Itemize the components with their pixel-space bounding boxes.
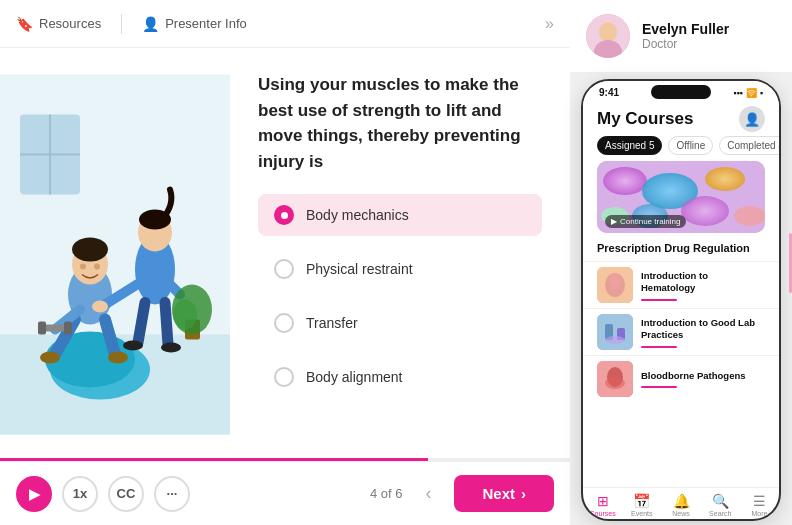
phone-status: ▪▪▪ 🛜 ▪: [733, 88, 763, 98]
phone-bottom-nav: ⊞ Courses 📅 Events 🔔 News 🔍 Search ☰: [583, 487, 779, 519]
news-icon: 🔔: [673, 493, 690, 509]
nav-news[interactable]: 🔔 News: [661, 493, 700, 517]
course-thumb-1: [597, 267, 633, 303]
chevron-left-icon: ‹: [425, 483, 431, 504]
progress-bar-container: [0, 458, 570, 461]
course-thumb-3: [597, 361, 633, 397]
next-label: Next: [482, 485, 515, 502]
option-2[interactable]: Physical restraint: [258, 248, 542, 290]
phone-tabs: Assigned 5 Offline Completed 3: [583, 136, 779, 161]
person-icon: 👤: [142, 16, 159, 32]
phone-user-icon[interactable]: 👤: [739, 106, 765, 132]
nav-more-label: More: [751, 510, 767, 517]
wifi-icon: 🛜: [746, 88, 757, 98]
profile-header: Evelyn Fuller Doctor: [570, 0, 792, 73]
svg-point-53: [605, 377, 625, 389]
course-bar-3: [641, 386, 677, 388]
option-3[interactable]: Transfer: [258, 302, 542, 344]
content-area: Using your muscles to make the best use …: [0, 48, 570, 461]
resources-button[interactable]: 🔖 Resources: [16, 16, 101, 32]
course-name-3: Bloodborne Pathogens: [641, 370, 765, 382]
option-4[interactable]: Body alignment: [258, 356, 542, 398]
right-panel: Evelyn Fuller Doctor 9:41 ▪▪▪ 🛜 ▪ My Cou…: [570, 0, 792, 525]
tab-assigned[interactable]: Assigned 5: [597, 136, 662, 155]
course-info-2: Introduction to Good Lab Practices: [641, 317, 765, 348]
svg-point-39: [705, 167, 745, 191]
search-icon: 🔍: [712, 493, 729, 509]
nav-events[interactable]: 📅 Events: [622, 493, 661, 517]
photo-section: [0, 48, 230, 461]
tab-offline-label: Offline: [676, 140, 705, 151]
bookmark-icon: 🔖: [16, 16, 33, 32]
svg-point-18: [80, 264, 86, 270]
course-bar-2: [641, 346, 677, 348]
course-item-3[interactable]: Bloodborne Pathogens: [583, 355, 779, 402]
phone-header: My Courses 👤: [583, 100, 779, 136]
progress-bar-fill: [0, 458, 428, 461]
svg-line-22: [165, 303, 168, 345]
radio-inner-1: [281, 212, 288, 219]
speed-button[interactable]: 1x: [62, 476, 98, 512]
course-name-1: Introduction to Hematology: [641, 270, 765, 295]
radio-1: [274, 205, 294, 225]
nav-news-label: News: [672, 510, 690, 517]
page-indicator: 4 of 6: [370, 486, 403, 501]
nav-search-label: Search: [709, 510, 731, 517]
svg-point-32: [173, 300, 197, 330]
hero-course-title: Prescription Drug Regulation: [583, 241, 779, 261]
course-item-2[interactable]: Introduction to Good Lab Practices: [583, 308, 779, 355]
avatar: [586, 14, 630, 58]
svg-line-21: [138, 303, 145, 343]
divider: [121, 14, 122, 34]
events-icon: 📅: [633, 493, 650, 509]
avatar-inner: [586, 14, 630, 58]
profile-role: Doctor: [642, 37, 729, 51]
tab-completed[interactable]: Completed 3: [719, 136, 779, 155]
svg-point-42: [734, 206, 765, 226]
phone-frame: 9:41 ▪▪▪ 🛜 ▪ My Courses 👤 Ass: [581, 79, 781, 521]
question-section: Using your muscles to make the best use …: [230, 48, 570, 461]
signal-icon: ▪▪▪: [733, 88, 743, 98]
expand-icon[interactable]: »: [545, 15, 554, 33]
course-item-1[interactable]: Introduction to Hematology: [583, 261, 779, 308]
nav-search[interactable]: 🔍 Search: [701, 493, 740, 517]
play-button[interactable]: ▶: [16, 476, 52, 512]
bottom-bar: ▶ 1x CC ··· 4 of 6 ‹ Next ›: [0, 461, 570, 525]
speed-label: 1x: [73, 486, 87, 501]
phone-wrapper: 9:41 ▪▪▪ 🛜 ▪ My Courses 👤 Ass: [581, 79, 781, 521]
svg-point-19: [94, 264, 100, 270]
svg-point-50: [605, 336, 625, 344]
profile-name: Evelyn Fuller: [642, 21, 729, 37]
tab-assigned-label: Assigned 5: [605, 140, 654, 151]
svg-point-37: [603, 167, 647, 195]
nav-more[interactable]: ☰ More: [740, 493, 779, 517]
resources-label: Resources: [39, 16, 101, 31]
battery-icon: ▪: [760, 88, 763, 98]
courses-icon: ⊞: [597, 493, 609, 509]
presenter-info-button[interactable]: 👤 Presenter Info: [142, 16, 247, 32]
svg-point-46: [609, 273, 621, 289]
continue-label: Continue training: [620, 217, 680, 226]
tab-offline[interactable]: Offline: [668, 136, 713, 155]
phone-hero: ▶ Continue training: [597, 161, 765, 233]
chevron-right-icon: ›: [521, 485, 526, 502]
nav-courses[interactable]: ⊞ Courses: [583, 493, 622, 517]
more-icon: ···: [167, 486, 178, 501]
phone-content: My Courses 👤 Assigned 5 Offline Complete…: [583, 100, 779, 487]
course-info-1: Introduction to Hematology: [641, 270, 765, 301]
course-info-3: Bloodborne Pathogens: [641, 370, 765, 388]
continue-badge[interactable]: ▶ Continue training: [605, 215, 686, 228]
cc-button[interactable]: CC: [108, 476, 144, 512]
svg-point-10: [40, 352, 60, 364]
options-list: Body mechanics Physical restraint Transf…: [258, 194, 542, 398]
nav-courses-label: Courses: [590, 510, 616, 517]
prev-arrow[interactable]: ‹: [412, 478, 444, 510]
next-button[interactable]: Next ›: [454, 475, 554, 512]
radio-4: [274, 367, 294, 387]
phone-notch: [651, 85, 711, 99]
option-3-label: Transfer: [306, 315, 358, 331]
radio-2: [274, 259, 294, 279]
nav-events-label: Events: [631, 510, 652, 517]
more-button[interactable]: ···: [154, 476, 190, 512]
option-1[interactable]: Body mechanics: [258, 194, 542, 236]
